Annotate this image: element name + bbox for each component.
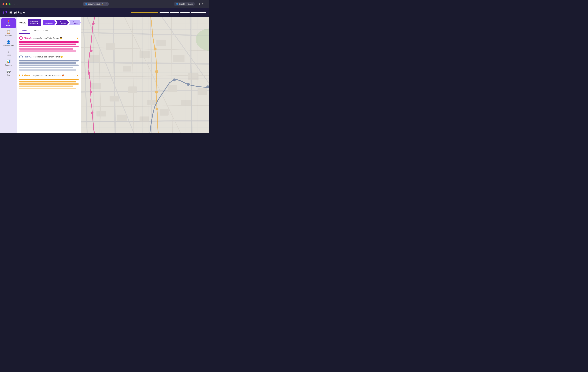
plan-1-warning-icon: ▲ — [76, 37, 79, 39]
minimize-button[interactable] — [6, 3, 8, 5]
plan-3-rows — [19, 79, 79, 89]
rotas-label: Rotas — [6, 24, 11, 26]
plan-1-name: Plano 1 — [24, 37, 32, 39]
browser-actions: ⬇ ⬆ + — [198, 3, 207, 6]
plans-list: Plano 1 responsável por Victor Suárez 🧑 … — [17, 34, 81, 133]
plan-1-section: Plano 1 responsável por Victor Suárez 🧑 … — [19, 36, 79, 52]
new-tab-icon[interactable]: + — [205, 3, 207, 6]
wizard-steps: 1. Veículos 2. Visitas 3. Rotas — [43, 20, 81, 25]
simpliroute-tab[interactable]: 🔷 SimpliRoute App — [174, 2, 195, 6]
forward-button[interactable]: › — [17, 2, 19, 6]
plan-3-name: Plano 3 — [24, 74, 32, 77]
plan-3-section: Plano 3 responsável por Ana Echeverría 🦊… — [19, 74, 79, 89]
tab2-label: SimpliRoute App — [179, 3, 193, 5]
rastreamento-icon: 👤 — [6, 40, 10, 44]
wizard-step-veiculos[interactable]: 1. Veículos — [43, 20, 56, 25]
plan-row — [19, 60, 79, 61]
wizard-step-visitas[interactable]: 2. Visitas — [56, 20, 69, 25]
plan-row — [19, 81, 76, 82]
download-icon[interactable]: ⬇ — [198, 3, 200, 6]
plan-2-section: Plano 2 responsável por Hernán Pérez 😊 ▲ — [19, 55, 79, 71]
tab-erros-label: Erros — [43, 30, 48, 32]
step-pill-1 — [159, 12, 169, 13]
traffic-lights — [2, 3, 10, 5]
maximize-button[interactable] — [9, 3, 10, 5]
plan-1-rows — [19, 41, 79, 52]
header-progress — [131, 12, 206, 13]
plan-2-circle — [19, 55, 23, 58]
plan-row — [19, 44, 76, 45]
svg-point-1 — [6, 11, 7, 12]
progress-bar — [131, 12, 158, 13]
plan-3-circle — [19, 74, 23, 77]
logo-icon — [3, 10, 8, 15]
add-visits-button[interactable]: Adicionar visitas ▼ — [28, 19, 41, 26]
plan-2-responsible: responsável por Hernán Pérez 😊 — [33, 56, 63, 58]
browser-chrome: ‹ › 🔷 app.simpliroute 🔒 ••• 🔷 SimpliRout… — [0, 0, 209, 8]
plan-3-header[interactable]: Plano 3 responsável por Ana Echeverría 🦊… — [19, 74, 79, 77]
logo-text-bold: Simpli — [9, 11, 17, 14]
plan-row — [19, 65, 79, 66]
plan-row — [19, 62, 76, 64]
share-icon[interactable]: ⬆ — [202, 3, 204, 6]
plan-row — [19, 83, 79, 85]
logo-text: SimpliRoute — [9, 11, 25, 14]
plan-3-warning-icon: ▲ — [76, 74, 79, 77]
alocador-icon: 📋 — [6, 30, 10, 34]
back-button[interactable]: ‹ — [14, 2, 16, 6]
planos-label: Planos — [6, 54, 11, 56]
plan-1-header[interactable]: Plano 1 responsável por Victor Suárez 🧑 … — [19, 36, 79, 40]
content-title: Visitas — [19, 21, 26, 24]
wizard-step-rotas[interactable]: 3. Rotas — [68, 20, 81, 25]
plan-2-name: Plano 2 — [24, 55, 32, 58]
sidebar-item-alocador[interactable]: 📋 Alocador — [0, 29, 17, 38]
plan-2-header[interactable]: Plano 2 responsável por Hernán Pérez 😊 ▲ — [19, 55, 79, 58]
map-background — [81, 17, 209, 133]
logo: SimpliRoute — [3, 10, 25, 15]
tab-alertas-label: Alertas — [32, 30, 38, 32]
app-container: SimpliRoute 📍 Rotas 📋 Alocador 👤 — [0, 8, 209, 133]
tab-menu-icon[interactable]: ••• — [105, 3, 107, 5]
step-pill-4 — [191, 12, 206, 13]
chat-label: Chat — [7, 74, 10, 76]
step-pill-2 — [170, 12, 179, 13]
plan-row — [19, 79, 79, 80]
plan-row — [19, 46, 79, 47]
plan-row — [19, 48, 73, 50]
content-header: Visitas Adicionar visitas ▼ 1. Veículos … — [17, 17, 81, 28]
browser-nav: ‹ › — [14, 2, 19, 6]
browser-tab[interactable]: 🔷 app.simpliroute 🔒 ••• — [83, 2, 109, 6]
wizard-step-3-label: 3. Rotas — [73, 20, 78, 25]
sidebar-item-rastreamento[interactable]: 👤 Rastreamento — [0, 39, 17, 48]
sidebar: 📍 Rotas 📋 Alocador 👤 Rastreamento ≡ Plan… — [0, 17, 17, 133]
map-area[interactable] — [81, 17, 209, 133]
plan-row — [19, 69, 76, 71]
plan-row — [19, 41, 79, 43]
step-pill-3 — [180, 12, 189, 13]
tab-todas[interactable]: Todas — [19, 28, 30, 34]
plan-2-rows — [19, 60, 79, 71]
sidebar-item-rotas[interactable]: 📍 Rotas — [1, 18, 16, 28]
sidebar-item-relatorios[interactable]: 📊 Relatórios — [0, 58, 17, 67]
plan-row — [19, 67, 73, 68]
sidebar-item-planos[interactable]: ≡ Planos — [0, 49, 17, 57]
logo-text-light: Route — [17, 11, 25, 14]
tab-url: app.simpliroute — [88, 3, 101, 5]
rastreamento-label: Rastreamento — [3, 45, 14, 47]
lock-icon: 🔒 — [102, 3, 103, 5]
content-panel: Visitas Adicionar visitas ▼ 1. Veículos … — [17, 17, 81, 133]
plan-1-circle — [19, 36, 23, 40]
tab-alertas[interactable]: Alertas — [30, 28, 41, 34]
content-tabs: Todas Alertas Erros — [17, 28, 81, 34]
plan-row — [19, 86, 73, 87]
alocador-label: Alocador — [5, 35, 12, 36]
chat-icon: 💬 — [6, 70, 10, 74]
planos-icon: ≡ — [8, 50, 9, 53]
wizard-step-2-label: 2. Visitas — [60, 20, 66, 25]
tab-erros[interactable]: Erros — [41, 28, 51, 34]
close-button[interactable] — [2, 3, 4, 5]
plan-3-responsible: responsável por Ana Echeverría 🦊 — [33, 74, 64, 77]
relatorios-label: Relatórios — [5, 64, 12, 66]
sidebar-item-chat[interactable]: 💬 Chat — [0, 68, 17, 77]
wizard-step-1-label: 1. Veículos — [45, 20, 53, 25]
